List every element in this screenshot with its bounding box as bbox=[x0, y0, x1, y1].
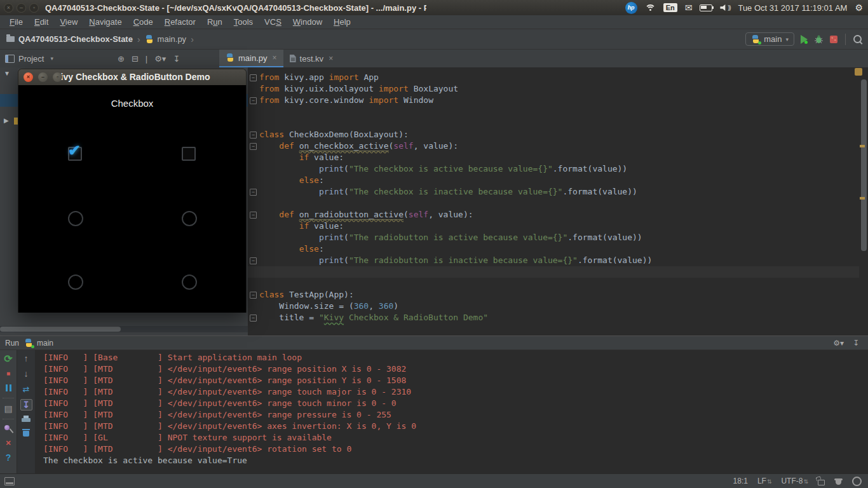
tree-expanded-arrow-icon[interactable]: ▼ bbox=[4, 70, 10, 77]
fold-marker-icon[interactable]: − bbox=[250, 97, 257, 104]
kivy-minimize-button[interactable]: – bbox=[38, 72, 48, 82]
help-icon[interactable]: ? bbox=[3, 452, 14, 463]
show-processes-icon[interactable]: ▤ bbox=[3, 403, 14, 414]
menu-tools[interactable]: Tools bbox=[228, 16, 259, 28]
prev-occurrence-icon[interactable]: ↑ bbox=[20, 353, 32, 363]
encoding-indicator[interactable]: UTF-8⇅ bbox=[781, 477, 808, 485]
run-settings-gear-icon[interactable]: ⚙▾ bbox=[833, 339, 844, 348]
toolwindow-toggle-icon[interactable] bbox=[4, 477, 15, 485]
tab-label: main.py bbox=[238, 53, 268, 63]
code-line: print("The radiobutton is inactive becau… bbox=[259, 255, 652, 266]
battery-icon[interactable] bbox=[700, 4, 712, 11]
mail-icon[interactable]: ✉ bbox=[685, 3, 693, 13]
kivy-window-titlebar[interactable]: Kivy Checkbox & RadioButton Demo × – ▫ bbox=[18, 69, 247, 85]
project-panel-header[interactable]: Project ▾ ⊕⊟|⚙▾↧ bbox=[0, 50, 219, 67]
stop-icon[interactable]: ■ bbox=[3, 368, 14, 378]
warning-stripe-mark[interactable] bbox=[860, 197, 865, 200]
run-configuration-select[interactable]: main ▾ bbox=[745, 32, 794, 46]
tab-test.kv[interactable]: test.kv× bbox=[283, 50, 340, 67]
inspections-indicator[interactable] bbox=[855, 68, 862, 76]
editor-code[interactable]: from kivy.app import Appfrom kivy.uix.bo… bbox=[259, 72, 652, 323]
menu-help[interactable]: Help bbox=[328, 16, 356, 28]
menu-file[interactable]: File bbox=[4, 16, 29, 28]
kivy-radio-button[interactable] bbox=[182, 211, 197, 226]
menu-run[interactable]: Run bbox=[201, 16, 228, 28]
fold-marker-icon[interactable]: − bbox=[250, 212, 257, 219]
next-occurrence-icon[interactable]: ↓ bbox=[20, 369, 32, 379]
tab-close-icon[interactable]: × bbox=[329, 54, 333, 63]
soft-wrap-icon[interactable]: ⇄ bbox=[20, 384, 32, 394]
menu-navigate[interactable]: Navigate bbox=[83, 16, 127, 28]
tab-close-icon[interactable]: × bbox=[273, 53, 277, 62]
project-horizontal-scrollbar[interactable] bbox=[0, 326, 248, 332]
fold-marker-icon[interactable]: − bbox=[250, 315, 257, 322]
locate-file-icon[interactable]: ⊕ bbox=[118, 54, 125, 64]
inspection-profile-icon[interactable] bbox=[834, 477, 843, 485]
fold-marker-icon[interactable]: − bbox=[250, 257, 257, 264]
kivy-checkbox-checked[interactable]: ✔ bbox=[68, 147, 82, 161]
run-console[interactable]: [INFO ] [Base ] Start application main l… bbox=[35, 350, 868, 473]
breadcrumb-project[interactable]: QA47040513-Checkbox-State bbox=[18, 34, 133, 44]
menu-edit[interactable]: Edit bbox=[29, 16, 54, 28]
kivy-radio-button[interactable] bbox=[182, 274, 197, 290]
search-everywhere-icon[interactable] bbox=[853, 35, 862, 43]
clock[interactable]: Tue Oct 31 2017 11:19:01 AM bbox=[738, 3, 847, 13]
kivy-app-window: Kivy Checkbox & RadioButton Demo × – ▫ C… bbox=[18, 69, 247, 313]
clear-console-icon[interactable] bbox=[22, 428, 30, 437]
line-separator-indicator[interactable]: LF⇅ bbox=[757, 477, 772, 485]
chevron-down-icon[interactable]: ▾ bbox=[50, 55, 53, 62]
settings-gear-icon[interactable]: ⚙▾ bbox=[154, 54, 166, 64]
pause-icon[interactable] bbox=[3, 383, 14, 393]
hp-logo-icon[interactable]: hp bbox=[625, 2, 637, 14]
hide-panel-icon[interactable]: ↧ bbox=[853, 339, 859, 348]
menu-window[interactable]: Window bbox=[287, 16, 328, 28]
tab-main.py[interactable]: main.py× bbox=[219, 50, 283, 67]
code-line bbox=[259, 198, 652, 209]
menu-refactor[interactable]: Refactor bbox=[159, 16, 201, 28]
python-file-icon bbox=[226, 53, 234, 62]
kivy-radio-button[interactable] bbox=[68, 211, 83, 226]
menu-view[interactable]: View bbox=[54, 16, 83, 28]
wifi-icon[interactable] bbox=[645, 4, 656, 12]
menu-code[interactable]: Code bbox=[128, 16, 159, 28]
run-panel-header[interactable]: Run main ⚙▾ ↧ bbox=[0, 336, 868, 350]
close-icon[interactable]: ✕ bbox=[3, 438, 14, 448]
kivy-checkbox-unchecked[interactable] bbox=[182, 147, 196, 161]
warning-stripe-mark[interactable] bbox=[860, 145, 865, 147]
print-icon[interactable] bbox=[22, 416, 31, 423]
kivy-close-button[interactable]: × bbox=[24, 72, 33, 82]
rerun-icon[interactable]: ⟳ bbox=[3, 353, 14, 363]
hide-panel-icon[interactable]: ↧ bbox=[173, 54, 180, 64]
session-gear-icon[interactable]: ⚙ bbox=[855, 3, 863, 13]
divider bbox=[3, 398, 14, 398]
kivy-radio-button[interactable] bbox=[68, 274, 83, 290]
navigation-bar: QA47040513-Checkbox-State › main.py › ma… bbox=[0, 29, 868, 50]
debug-button[interactable] bbox=[814, 34, 824, 44]
fold-marker-icon[interactable]: − bbox=[250, 74, 257, 81]
collapse-all-icon[interactable]: ⊟ bbox=[132, 54, 139, 64]
kivy-maximize-button[interactable]: ▫ bbox=[53, 72, 62, 82]
fold-marker-icon[interactable]: − bbox=[250, 132, 257, 139]
fold-marker-icon[interactable]: − bbox=[250, 189, 257, 196]
volume-icon[interactable]: )) bbox=[720, 4, 730, 11]
scroll-to-end-icon[interactable]: ↧ bbox=[20, 399, 32, 410]
window-minimize-icon[interactable]: – bbox=[17, 3, 26, 13]
code-editor[interactable]: −−−−−−−−− from kivy.app import Appfrom k… bbox=[248, 67, 868, 336]
breadcrumb-file[interactable]: main.py bbox=[158, 34, 187, 44]
code-line: if value: bbox=[259, 152, 652, 163]
fold-marker-icon[interactable]: − bbox=[250, 143, 257, 150]
tree-collapsed-arrow-icon[interactable]: ▶ bbox=[4, 117, 9, 124]
window-controls[interactable]: × – ▫ bbox=[4, 3, 39, 13]
keyboard-layout-indicator[interactable]: En bbox=[663, 3, 677, 12]
stop-button[interactable] bbox=[830, 36, 837, 43]
editor-vertical-scrollbar[interactable] bbox=[861, 79, 867, 251]
event-log-icon[interactable] bbox=[852, 477, 862, 486]
window-maximize-icon[interactable]: ▫ bbox=[29, 3, 39, 13]
window-close-icon[interactable]: × bbox=[4, 3, 13, 13]
readonly-lock-icon[interactable] bbox=[818, 480, 825, 485]
run-button[interactable] bbox=[801, 35, 808, 44]
menu-vcs[interactable]: VCS bbox=[259, 16, 287, 28]
pin-icon[interactable] bbox=[4, 424, 13, 433]
caret-position[interactable]: 18:1 bbox=[733, 477, 748, 485]
fold-marker-icon[interactable]: − bbox=[250, 292, 257, 299]
